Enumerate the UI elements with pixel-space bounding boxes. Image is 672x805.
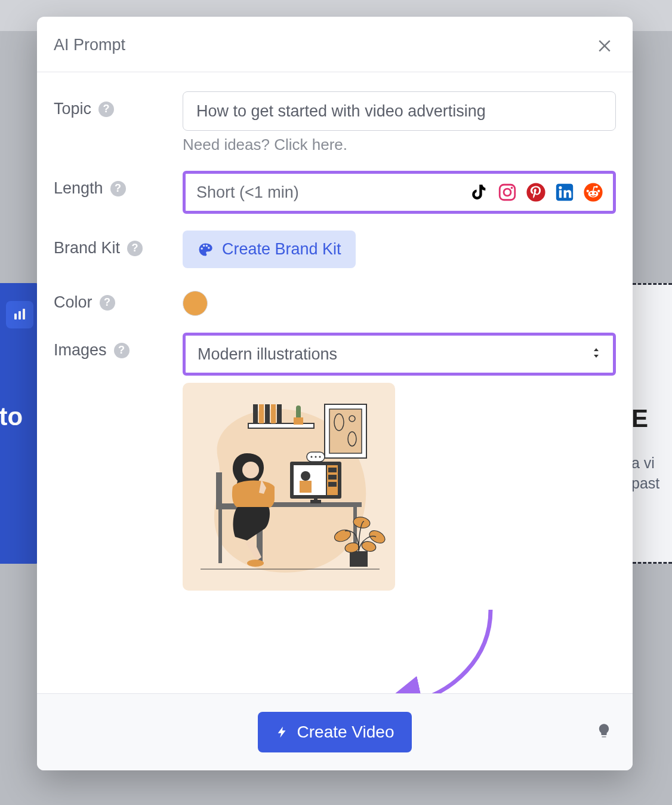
background-right-card: E a vi past — [633, 283, 672, 564]
ai-prompt-modal: AI Prompt Topic ? Need ideas? Click here… — [37, 17, 633, 770]
topic-input[interactable] — [183, 91, 616, 131]
reddit-icon — [583, 182, 603, 202]
modal-footer: Create Video — [37, 693, 633, 770]
svg-rect-37 — [328, 482, 337, 487]
annotation-arrow — [371, 604, 526, 693]
background-left-icon — [6, 301, 33, 328]
linkedin-icon — [554, 182, 575, 202]
svg-point-15 — [587, 190, 589, 192]
help-icon[interactable]: ? — [110, 181, 126, 196]
color-swatch[interactable] — [183, 291, 208, 316]
palette-icon — [197, 241, 214, 258]
tiktok-icon — [468, 182, 489, 202]
create-video-label: Create Video — [297, 723, 394, 742]
close-button[interactable] — [593, 33, 616, 56]
svg-rect-19 — [259, 404, 264, 423]
svg-rect-3 — [500, 185, 515, 200]
help-icon[interactable]: ? — [98, 102, 114, 117]
svg-point-38 — [301, 471, 310, 481]
help-icon[interactable]: ? — [114, 343, 130, 358]
svg-rect-23 — [294, 417, 303, 425]
svg-rect-35 — [328, 468, 337, 472]
svg-point-5 — [511, 187, 513, 189]
svg-rect-17 — [248, 423, 314, 428]
svg-point-13 — [594, 192, 596, 194]
instagram-icon — [497, 182, 517, 202]
lightning-icon — [276, 724, 289, 741]
label-length: Length — [54, 179, 103, 198]
background-left-title: L to — [0, 402, 39, 431]
background-right-desc: a vi past — [633, 453, 672, 494]
svg-rect-22 — [277, 404, 282, 423]
svg-rect-18 — [253, 404, 258, 423]
svg-point-6 — [526, 183, 545, 201]
label-topic: Topic — [54, 100, 91, 118]
modal-header: AI Prompt — [37, 17, 633, 72]
row-images: Images ? Modern illustrations — [54, 333, 616, 591]
length-value: Short (<1 min) — [196, 183, 299, 202]
images-preview — [183, 383, 395, 591]
footer-hint-button[interactable] — [596, 723, 612, 742]
row-color: Color ? — [54, 285, 616, 316]
svg-rect-8 — [559, 190, 562, 198]
svg-point-9 — [559, 186, 562, 189]
svg-rect-1 — [19, 311, 21, 319]
length-select[interactable]: Short (<1 min) — [183, 171, 616, 214]
modal-body: Topic ? Need ideas? Click here. Length ?… — [37, 72, 633, 693]
images-value: Modern illustrations — [198, 345, 337, 364]
images-select[interactable]: Modern illustrations — [183, 333, 616, 376]
svg-point-44 — [315, 456, 317, 458]
close-icon — [596, 36, 614, 54]
svg-rect-0 — [14, 314, 17, 319]
svg-rect-53 — [216, 472, 222, 508]
label-images: Images — [54, 341, 107, 360]
pinterest-icon — [526, 182, 546, 202]
length-social-icons — [468, 182, 603, 202]
label-color: Color — [54, 293, 93, 312]
background-left-card: L to s a v we — [0, 283, 39, 564]
svg-point-56 — [242, 462, 259, 478]
modal-title: AI Prompt — [54, 36, 125, 54]
label-brand-kit: Brand Kit — [54, 239, 120, 257]
create-brand-kit-label: Create Brand Kit — [222, 240, 341, 259]
create-video-button[interactable]: Create Video — [258, 712, 412, 752]
svg-rect-20 — [265, 404, 270, 423]
svg-point-12 — [590, 192, 592, 194]
svg-rect-39 — [300, 481, 312, 493]
row-brand-kit: Brand Kit ? Create Brand Kit — [54, 231, 616, 268]
svg-rect-2 — [23, 309, 25, 319]
svg-rect-25 — [329, 409, 362, 453]
create-brand-kit-button[interactable]: Create Brand Kit — [183, 231, 356, 268]
topic-ideas-link[interactable]: Need ideas? Click here. — [183, 136, 616, 154]
svg-point-57 — [247, 560, 264, 567]
help-icon[interactable]: ? — [100, 295, 115, 311]
svg-point-14 — [597, 190, 600, 192]
svg-point-45 — [319, 456, 321, 458]
row-topic: Topic ? Need ideas? Click here. — [54, 91, 616, 154]
background-right-title: E — [633, 404, 672, 433]
svg-point-4 — [504, 189, 511, 196]
background-left-desc: s a v we — [0, 453, 39, 493]
select-caret-icon — [591, 347, 601, 361]
svg-rect-54 — [218, 509, 222, 563]
lightbulb-icon — [596, 723, 612, 739]
help-icon[interactable]: ? — [127, 241, 143, 256]
svg-rect-36 — [328, 475, 337, 480]
svg-point-43 — [311, 456, 313, 458]
row-length: Length ? Short (<1 min) — [54, 171, 616, 214]
svg-rect-21 — [271, 404, 276, 423]
svg-rect-46 — [350, 551, 368, 567]
svg-rect-41 — [314, 496, 317, 501]
